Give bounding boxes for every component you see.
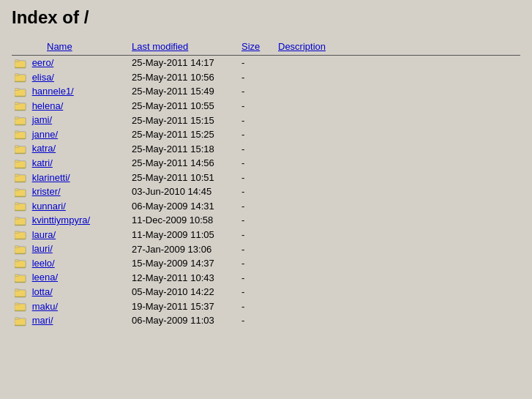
folder-icon [15, 87, 26, 97]
page-heading: Index of / [12, 7, 520, 28]
sort-name-link[interactable]: Name [47, 41, 72, 52]
folder-icon [15, 230, 26, 240]
table-row: lauri/ 27-Jan-2009 13:06- [12, 242, 520, 256]
file-description-cell [275, 84, 520, 99]
col-header-size: Size [239, 40, 275, 56]
file-name-cell: maku/ [12, 299, 129, 314]
folder-icon [15, 273, 26, 283]
svg-rect-11 [15, 89, 19, 91]
folder-icon [15, 216, 26, 226]
file-modified-cell: 05-May-2010 14:22 [129, 285, 239, 299]
file-modified-cell: 12-May-2011 10:43 [129, 270, 239, 285]
file-size-cell: - [239, 56, 275, 70]
file-size-cell: - [239, 70, 275, 85]
file-description-cell [275, 213, 520, 228]
sort-desc-link[interactable]: Description [278, 41, 326, 52]
file-name-cell: leelo/ [12, 256, 129, 271]
file-size-cell: - [239, 285, 275, 299]
file-link[interactable]: lauri/ [32, 243, 53, 254]
file-link[interactable]: lotta/ [32, 286, 53, 297]
file-modified-cell: 25-May-2011 10:55 [129, 99, 239, 113]
file-name-cell: krister/ [12, 184, 129, 199]
file-modified-cell: 25-May-2011 10:51 [129, 171, 239, 185]
file-description-cell [275, 299, 520, 314]
col-header-description: Description [275, 40, 520, 56]
file-modified-cell: 06-May-2009 11:03 [129, 313, 239, 328]
folder-icon [15, 245, 26, 255]
file-size-cell: - [239, 141, 275, 156]
file-link[interactable]: elisa/ [32, 72, 54, 83]
file-link[interactable]: jami/ [32, 114, 52, 125]
file-size-cell: - [239, 213, 275, 228]
table-row: helena/ 25-May-2011 10:55- [12, 99, 520, 113]
folder-icon [15, 302, 26, 312]
svg-rect-3 [15, 60, 19, 62]
table-row: krister/ 03-Jun-2010 14:45- [12, 184, 520, 199]
file-link[interactable]: maku/ [32, 301, 58, 312]
file-link[interactable]: leena/ [32, 272, 58, 283]
folder-icon [15, 187, 26, 198]
sort-size-link[interactable]: Size [241, 41, 260, 52]
svg-rect-51 [15, 231, 19, 234]
file-description-cell [275, 199, 520, 214]
file-link[interactable]: hannele1/ [32, 86, 74, 97]
file-name-cell: klarinetti/ [12, 171, 129, 185]
file-size-cell: - [239, 156, 275, 171]
svg-rect-71 [15, 303, 19, 305]
file-link[interactable]: klarinetti/ [32, 172, 70, 183]
svg-rect-31 [15, 160, 19, 163]
file-link[interactable]: janne/ [32, 129, 58, 140]
file-description-cell [275, 99, 520, 113]
sort-modified-link[interactable]: Last modified [132, 41, 188, 52]
svg-rect-19 [15, 117, 19, 119]
file-size-cell: - [239, 84, 275, 99]
file-modified-cell: 11-May-2009 11:05 [129, 228, 239, 242]
folder-icon [15, 288, 26, 298]
folder-icon [15, 72, 26, 83]
file-description-cell [275, 242, 520, 256]
file-name-cell: leena/ [12, 270, 129, 285]
file-description-cell [275, 141, 520, 156]
svg-rect-47 [15, 217, 19, 220]
file-size-cell: - [239, 184, 275, 199]
file-name-cell: janne/ [12, 127, 129, 142]
file-name-cell: laura/ [12, 228, 129, 242]
file-description-cell [275, 113, 520, 127]
file-name-cell: katra/ [12, 141, 129, 156]
table-row: janne/ 25-May-2011 15:25- [12, 127, 520, 142]
folder-icon [15, 173, 26, 183]
table-row: klarinetti/ 25-May-2011 10:51- [12, 171, 520, 185]
file-modified-cell: 06-May-2009 14:31 [129, 199, 239, 214]
folder-icon [15, 201, 26, 212]
file-name-cell: lotta/ [12, 285, 129, 299]
table-row: leena/ 12-May-2011 10:43- [12, 270, 520, 285]
file-link[interactable]: krister/ [32, 186, 61, 197]
file-link[interactable]: kvinttiympyra/ [32, 215, 90, 225]
file-link[interactable]: helena/ [32, 100, 64, 111]
file-link[interactable]: katra/ [32, 143, 56, 154]
file-link[interactable]: eero/ [32, 57, 54, 68]
file-name-cell: hannele1/ [12, 84, 129, 99]
file-modified-cell: 25-May-2011 15:18 [129, 141, 239, 156]
file-description-cell [275, 256, 520, 271]
file-modified-cell: 11-Dec-2009 10:58 [129, 213, 239, 228]
svg-rect-55 [15, 246, 19, 248]
file-link[interactable]: mari/ [32, 315, 53, 326]
table-row: katri/ 25-May-2011 14:56- [12, 156, 520, 171]
file-modified-cell: 25-May-2011 14:17 [129, 56, 239, 70]
file-name-cell: helena/ [12, 99, 129, 113]
file-modified-cell: 25-May-2011 15:49 [129, 84, 239, 99]
file-name-cell: jami/ [12, 113, 129, 127]
file-name-cell: elisa/ [12, 70, 129, 85]
file-link[interactable]: laura/ [32, 229, 56, 240]
table-row: jami/ 25-May-2011 15:15- [12, 113, 520, 127]
file-link[interactable]: leelo/ [32, 258, 55, 269]
file-link[interactable]: kunnari/ [32, 201, 66, 212]
folder-icon [15, 130, 26, 140]
folder-icon [15, 101, 26, 111]
file-modified-cell: 03-Jun-2010 14:45 [129, 184, 239, 199]
file-size-cell: - [239, 171, 275, 185]
file-size-cell: - [239, 256, 275, 271]
file-link[interactable]: katri/ [32, 157, 53, 168]
folder-icon [15, 316, 26, 327]
